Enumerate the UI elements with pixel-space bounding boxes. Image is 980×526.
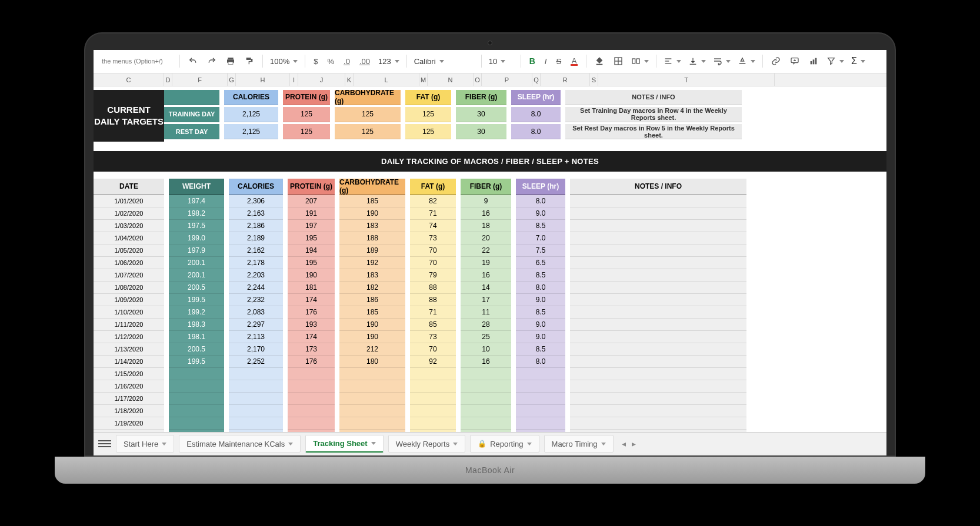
targets-cell[interactable]: 125 xyxy=(405,107,451,122)
tracking-cell[interactable]: 200.1 xyxy=(169,257,224,269)
tracking-cell[interactable] xyxy=(570,405,746,417)
tracking-cell[interactable]: 2,232 xyxy=(229,294,283,306)
strikethrough-button[interactable]: S xyxy=(552,55,565,68)
paint-format-button[interactable] xyxy=(241,54,258,68)
filter-button[interactable] xyxy=(824,55,846,67)
tracking-cell[interactable]: 28 xyxy=(461,319,511,331)
borders-button[interactable] xyxy=(610,54,626,68)
tracking-cell[interactable]: 186 xyxy=(339,294,405,306)
tracking-cell[interactable]: 79 xyxy=(410,269,456,282)
tracking-cell[interactable]: 185 xyxy=(339,306,405,319)
number-format-select[interactable]: 123 xyxy=(376,56,402,67)
tracking-cell[interactable]: 8.5 xyxy=(516,306,565,319)
tracking-cell[interactable]: 185 xyxy=(339,195,405,207)
targets-cell[interactable]: 125 xyxy=(335,124,401,139)
tracking-cell[interactable]: 9.0 xyxy=(516,294,565,306)
tracking-cell[interactable]: 197.5 xyxy=(169,220,224,232)
tracking-cell[interactable]: 1/18/2020 xyxy=(94,405,164,417)
tracking-cell[interactable]: 197 xyxy=(288,220,335,232)
tracking-cell[interactable]: 176 xyxy=(288,306,335,319)
tracking-cell[interactable]: 199.5 xyxy=(169,294,224,306)
tracking-cell[interactable]: 190 xyxy=(288,269,335,282)
tracking-cell[interactable]: 25 xyxy=(461,331,511,343)
tracking-cell[interactable] xyxy=(570,417,746,430)
targets-cell[interactable]: 8.0 xyxy=(511,107,561,122)
tracking-cell[interactable]: 195 xyxy=(288,257,335,269)
tracking-cell[interactable]: 2,083 xyxy=(229,306,283,319)
all-sheets-button[interactable] xyxy=(98,437,111,450)
tracking-cell[interactable] xyxy=(570,195,746,207)
tracking-cell[interactable]: 199.5 xyxy=(169,356,224,368)
column-header-G[interactable]: G xyxy=(228,73,236,86)
tracking-cell[interactable] xyxy=(288,380,335,393)
fill-color-button[interactable] xyxy=(591,54,608,68)
tracking-cell[interactable]: 2,203 xyxy=(229,269,283,282)
column-header-C[interactable]: C xyxy=(94,73,164,86)
tracking-cell[interactable]: 1/05/2020 xyxy=(94,244,164,257)
tracking-cell[interactable]: 176 xyxy=(288,356,335,368)
insert-comment-button[interactable] xyxy=(786,54,803,68)
tracking-cell[interactable] xyxy=(410,405,456,417)
insert-chart-button[interactable] xyxy=(805,54,822,68)
tracking-cell[interactable]: 9.0 xyxy=(516,207,565,220)
redo-button[interactable] xyxy=(204,54,220,68)
tracking-cell[interactable] xyxy=(169,417,224,430)
tracking-cell[interactable]: 194 xyxy=(288,244,335,257)
tracking-cell[interactable] xyxy=(229,405,283,417)
zoom-select[interactable]: 100% xyxy=(268,56,300,67)
bold-button[interactable]: B xyxy=(526,54,539,68)
tracking-cell[interactable]: 92 xyxy=(410,356,456,368)
tracking-cell[interactable]: 2,170 xyxy=(229,343,283,356)
tracking-cell[interactable]: 8.0 xyxy=(516,356,565,368)
tracking-cell[interactable]: 71 xyxy=(410,207,456,220)
horizontal-align-button[interactable] xyxy=(661,55,684,67)
tracking-cell[interactable] xyxy=(570,269,746,282)
tracking-cell[interactable]: 73 xyxy=(410,232,456,244)
tracking-cell[interactable] xyxy=(570,257,746,269)
tracking-cell[interactable] xyxy=(570,220,746,232)
tracking-cell[interactable] xyxy=(339,368,405,380)
tracking-cell[interactable] xyxy=(339,393,405,405)
tracking-cell[interactable]: 200.5 xyxy=(169,343,224,356)
targets-cell[interactable]: 2,125 xyxy=(224,124,278,139)
tracking-cell[interactable]: 2,189 xyxy=(229,232,283,244)
tracking-cell[interactable]: 1/08/2020 xyxy=(94,282,164,294)
tab-prev-button[interactable]: ◂ xyxy=(622,439,626,448)
tracking-cell[interactable]: 1/17/2020 xyxy=(94,393,164,405)
tracking-cell[interactable]: 19 xyxy=(461,257,511,269)
targets-cell[interactable]: Set Training Day macros in Row 4 in the … xyxy=(565,107,742,122)
tracking-cell[interactable]: 1/02/2020 xyxy=(94,207,164,220)
undo-button[interactable] xyxy=(185,54,201,68)
tracking-cell[interactable] xyxy=(570,306,746,319)
tracking-cell[interactable]: 2,244 xyxy=(229,282,283,294)
menu-search-input[interactable] xyxy=(98,55,175,67)
tracking-cell[interactable]: 1/15/2020 xyxy=(94,368,164,380)
tracking-cell[interactable]: 192 xyxy=(339,257,405,269)
targets-cell[interactable]: Set Rest Day macros in Row 5 in the Week… xyxy=(565,124,742,139)
tracking-cell[interactable]: 183 xyxy=(339,220,405,232)
tracking-cell[interactable]: 1/14/2020 xyxy=(94,356,164,368)
tracking-cell[interactable]: 1/10/2020 xyxy=(94,306,164,319)
tracking-cell[interactable]: 188 xyxy=(339,232,405,244)
tracking-cell[interactable]: 191 xyxy=(288,207,335,220)
column-header-K[interactable]: K xyxy=(345,73,354,86)
targets-cell[interactable]: 125 xyxy=(283,124,330,139)
text-color-button[interactable]: A xyxy=(567,54,581,68)
tracking-cell[interactable]: 70 xyxy=(410,343,456,356)
sheet-tab[interactable]: Estimate Maintenance KCals xyxy=(179,435,301,453)
tracking-cell[interactable] xyxy=(461,417,511,430)
tracking-cell[interactable]: 8.0 xyxy=(516,195,565,207)
tracking-cell[interactable] xyxy=(570,393,746,405)
tracking-cell[interactable] xyxy=(288,405,335,417)
tracking-cell[interactable]: 174 xyxy=(288,331,335,343)
tracking-cell[interactable]: 183 xyxy=(339,269,405,282)
tracking-cell[interactable]: 195 xyxy=(288,232,335,244)
tracking-cell[interactable]: 70 xyxy=(410,244,456,257)
tracking-cell[interactable]: 11 xyxy=(461,306,511,319)
column-header-M[interactable]: M xyxy=(419,73,428,86)
sheet-tab[interactable]: Tracking Sheet xyxy=(305,435,383,453)
tracking-cell[interactable] xyxy=(570,207,746,220)
tracking-cell[interactable]: 181 xyxy=(288,282,335,294)
tracking-cell[interactable] xyxy=(516,368,565,380)
tracking-cell[interactable] xyxy=(288,368,335,380)
